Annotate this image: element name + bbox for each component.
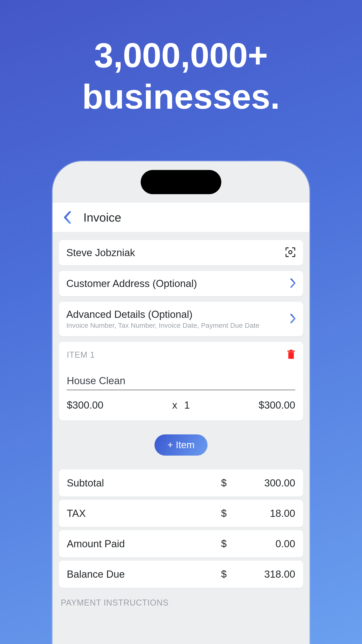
scan-icon: [285, 247, 296, 258]
svg-point-0: [289, 250, 292, 254]
delete-item-button[interactable]: [287, 350, 295, 360]
tax-label: TAX: [67, 508, 217, 519]
currency-symbol: $: [217, 508, 231, 519]
payment-instructions-header: PAYMENT INSTRUCTIONS: [61, 598, 301, 608]
nav-bar: Invoice: [52, 203, 310, 232]
chevron-right-icon: [290, 278, 296, 288]
advanced-details-row[interactable]: Advanced Details (Optional) Invoice Numb…: [59, 302, 303, 336]
advanced-details-label: Advanced Details (Optional): [66, 309, 259, 320]
customer-name: Steve Jobzniak: [66, 247, 135, 258]
amount-paid-row[interactable]: Amount Paid $ 0.00: [59, 530, 303, 558]
balance-due-row: Balance Due $ 318.00: [59, 560, 303, 588]
svg-rect-3: [290, 350, 292, 351]
back-button[interactable]: [61, 211, 74, 224]
page-title: Invoice: [83, 210, 121, 224]
item-price[interactable]: $300.00: [67, 400, 104, 411]
item-name-input[interactable]: House Clean: [67, 375, 295, 390]
currency-symbol: $: [217, 477, 231, 489]
advanced-details-sub: Invoice Number, Tax Number, Invoice Date…: [66, 322, 259, 329]
amount-paid-value: 0.00: [231, 538, 295, 550]
item-total: $300.00: [258, 400, 295, 411]
trash-icon: [287, 350, 295, 359]
customer-name-row[interactable]: Steve Jobzniak: [59, 240, 303, 265]
content-area: Steve Jobzniak Customer Address (Optiona…: [52, 232, 310, 644]
currency-symbol: $: [217, 568, 231, 580]
item-header-label: ITEM 1: [67, 350, 95, 360]
tax-row[interactable]: TAX $ 18.00: [59, 500, 303, 527]
hero-line-2: businesses.: [0, 76, 362, 118]
item-quantity[interactable]: 1: [184, 400, 190, 411]
scan-button[interactable]: [285, 247, 296, 258]
times-symbol: x: [172, 400, 177, 411]
hero-line-1: 3,000,000+: [0, 34, 362, 76]
subtotal-row: Subtotal $ 300.00: [59, 470, 303, 496]
balance-due-value: 318.00: [231, 568, 295, 580]
svg-rect-1: [288, 352, 294, 359]
subtotal-label: Subtotal: [67, 477, 217, 489]
phone-notch: [141, 170, 221, 194]
hero-headline: 3,000,000+ businesses.: [0, 34, 362, 118]
add-item-button[interactable]: + Item: [154, 434, 208, 456]
amount-paid-label: Amount Paid: [67, 538, 217, 550]
line-item-card: ITEM 1 House Clean $300.00 x 1: [59, 342, 303, 420]
customer-address-label: Customer Address (Optional): [66, 278, 197, 289]
customer-address-row[interactable]: Customer Address (Optional): [59, 271, 303, 296]
chevron-right-icon: [290, 314, 296, 324]
subtotal-value: 300.00: [231, 477, 295, 489]
chevron-left-icon: [64, 211, 72, 224]
balance-due-label: Balance Due: [67, 568, 217, 580]
phone-frame: Invoice Steve Jobzniak Customer Address …: [52, 161, 310, 644]
tax-value: 18.00: [231, 508, 295, 519]
currency-symbol: $: [217, 538, 231, 550]
